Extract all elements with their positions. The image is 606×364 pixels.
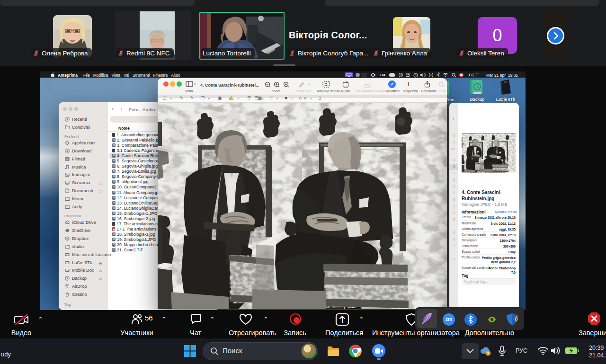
svg-text:?: ? bbox=[487, 351, 490, 355]
